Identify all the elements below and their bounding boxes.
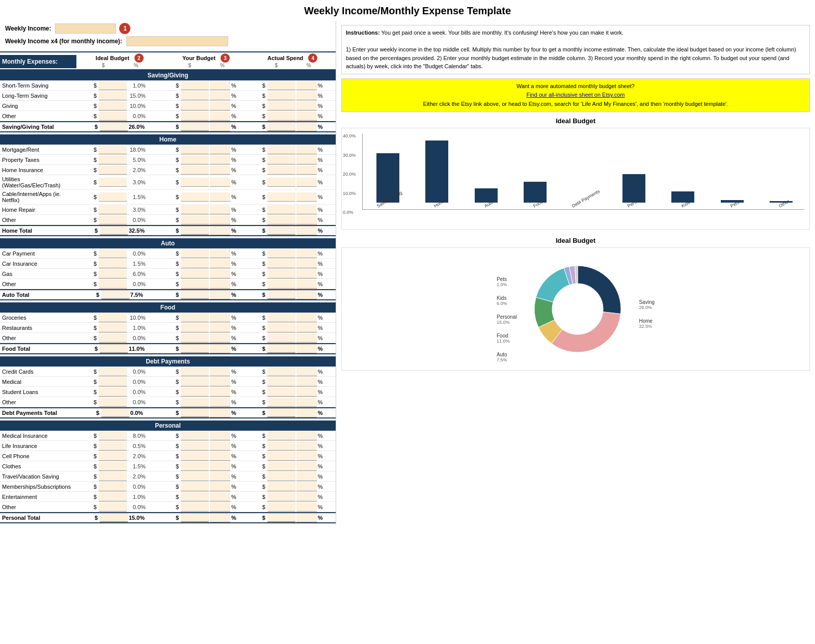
your-dollar-input[interactable] (181, 205, 209, 214)
actual-pct-input[interactable] (296, 333, 317, 343)
actual-pct-input[interactable] (296, 441, 317, 451)
your-pct-input[interactable] (210, 492, 230, 501)
actual-pct-input[interactable] (296, 205, 317, 214)
your-pct-input[interactable] (210, 279, 230, 289)
ideal-dollar-input[interactable] (99, 323, 127, 332)
actual-dollar-input[interactable] (267, 462, 295, 471)
your-dollar-input[interactable] (181, 482, 209, 491)
actual-pct-input[interactable] (296, 155, 317, 164)
ideal-dollar-input[interactable] (99, 192, 127, 202)
actual-pct-input[interactable] (296, 178, 317, 187)
your-pct-input[interactable] (210, 165, 230, 175)
your-pct-input[interactable] (210, 377, 230, 386)
actual-pct-input[interactable] (296, 215, 317, 225)
your-dollar-input[interactable] (181, 101, 209, 110)
promo-link[interactable]: Find our all-inclusive sheet on Etsy.com (527, 92, 625, 98)
ideal-dollar-input[interactable] (99, 431, 127, 440)
your-pct-input[interactable] (210, 145, 230, 154)
ideal-dollar-input[interactable] (99, 165, 127, 175)
total-actual-input[interactable] (267, 290, 295, 299)
total-actual-input[interactable] (267, 513, 295, 522)
actual-pct-input[interactable] (296, 472, 317, 481)
your-pct-input[interactable] (210, 205, 230, 214)
total-your-pct[interactable] (210, 226, 230, 235)
total-actual-pct[interactable] (296, 344, 317, 353)
total-actual-pct[interactable] (296, 226, 317, 235)
ideal-dollar-input[interactable] (99, 249, 127, 258)
your-pct-input[interactable] (210, 101, 230, 110)
actual-dollar-input[interactable] (267, 178, 295, 187)
your-dollar-input[interactable] (181, 155, 209, 164)
your-pct-input[interactable] (210, 452, 230, 461)
actual-pct-input[interactable] (296, 165, 317, 175)
total-ideal-input[interactable] (101, 290, 129, 299)
total-your-pct[interactable] (210, 290, 230, 299)
actual-dollar-input[interactable] (267, 367, 295, 376)
your-pct-input[interactable] (210, 81, 230, 90)
actual-dollar-input[interactable] (267, 111, 295, 121)
your-dollar-input[interactable] (181, 259, 209, 268)
your-pct-input[interactable] (210, 472, 230, 481)
your-dollar-input[interactable] (181, 313, 209, 322)
your-pct-input[interactable] (210, 441, 230, 451)
your-dollar-input[interactable] (181, 398, 209, 407)
ideal-dollar-input[interactable] (99, 313, 127, 322)
actual-pct-input[interactable] (296, 431, 317, 440)
your-dollar-input[interactable] (181, 279, 209, 289)
actual-dollar-input[interactable] (267, 145, 295, 154)
actual-dollar-input[interactable] (267, 165, 295, 175)
your-dollar-input[interactable] (181, 502, 209, 512)
actual-pct-input[interactable] (296, 492, 317, 501)
your-dollar-input[interactable] (181, 462, 209, 471)
ideal-dollar-input[interactable] (99, 155, 127, 164)
actual-pct-input[interactable] (296, 398, 317, 407)
your-pct-input[interactable] (210, 502, 230, 512)
your-pct-input[interactable] (210, 249, 230, 258)
your-dollar-input[interactable] (181, 492, 209, 501)
total-actual-pct[interactable] (296, 408, 317, 417)
actual-dollar-input[interactable] (267, 313, 295, 322)
your-pct-input[interactable] (210, 462, 230, 471)
your-pct-input[interactable] (210, 482, 230, 491)
actual-dollar-input[interactable] (267, 269, 295, 278)
your-pct-input[interactable] (210, 155, 230, 164)
actual-dollar-input[interactable] (267, 155, 295, 164)
actual-pct-input[interactable] (296, 111, 317, 121)
actual-pct-input[interactable] (296, 482, 317, 491)
ideal-dollar-input[interactable] (99, 269, 127, 278)
ideal-dollar-input[interactable] (99, 492, 127, 501)
actual-dollar-input[interactable] (267, 492, 295, 501)
total-actual-pct[interactable] (296, 290, 317, 299)
weekly-income-input[interactable] (55, 23, 116, 34)
your-pct-input[interactable] (210, 367, 230, 376)
ideal-dollar-input[interactable] (99, 502, 127, 512)
ideal-dollar-input[interactable] (99, 279, 127, 289)
ideal-dollar-input[interactable] (99, 178, 127, 187)
ideal-dollar-input[interactable] (99, 101, 127, 110)
ideal-dollar-input[interactable] (99, 215, 127, 225)
ideal-dollar-input[interactable] (99, 387, 127, 397)
total-ideal-input[interactable] (100, 122, 128, 131)
your-pct-input[interactable] (210, 178, 230, 187)
actual-pct-input[interactable] (296, 259, 317, 268)
total-your-input[interactable] (181, 408, 209, 417)
your-dollar-input[interactable] (181, 192, 209, 202)
ideal-dollar-input[interactable] (99, 367, 127, 376)
total-your-pct[interactable] (210, 344, 230, 353)
ideal-dollar-input[interactable] (99, 145, 127, 154)
actual-dollar-input[interactable] (267, 398, 295, 407)
your-pct-input[interactable] (210, 431, 230, 440)
your-dollar-input[interactable] (181, 165, 209, 175)
your-dollar-input[interactable] (181, 215, 209, 225)
ideal-dollar-input[interactable] (99, 333, 127, 343)
total-actual-input[interactable] (267, 226, 295, 235)
total-ideal-input[interactable] (100, 513, 128, 522)
actual-pct-input[interactable] (296, 249, 317, 258)
actual-dollar-input[interactable] (267, 259, 295, 268)
actual-dollar-input[interactable] (267, 215, 295, 225)
actual-pct-input[interactable] (296, 367, 317, 376)
your-pct-input[interactable] (210, 313, 230, 322)
total-actual-input[interactable] (267, 408, 295, 417)
actual-dollar-input[interactable] (267, 81, 295, 90)
ideal-dollar-input[interactable] (99, 472, 127, 481)
